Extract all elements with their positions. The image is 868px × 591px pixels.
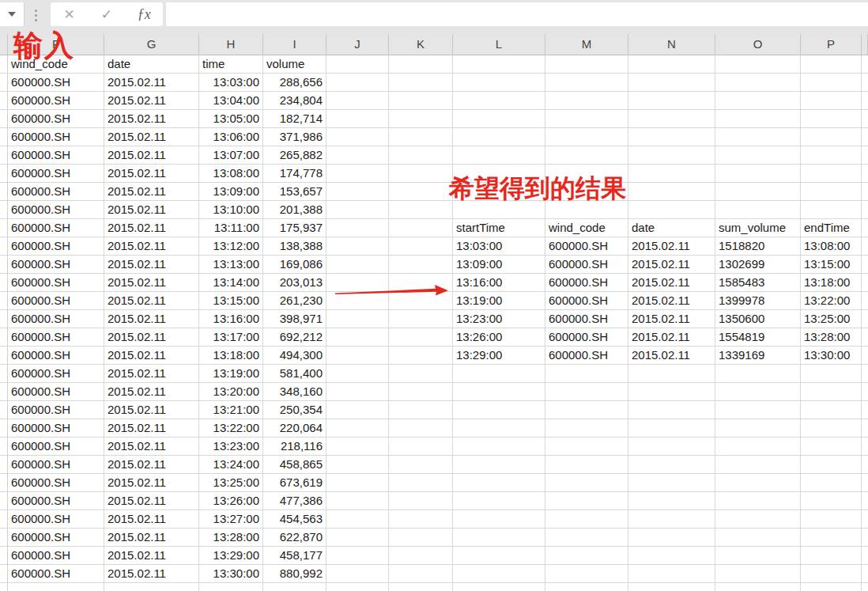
grid-cell[interactable]: [389, 146, 453, 165]
grid-cell[interactable]: [326, 474, 389, 492]
grid-cell[interactable]: [628, 183, 715, 201]
grid-cell[interactable]: [801, 383, 862, 401]
table-data-cell[interactable]: 600000.SH: [545, 347, 628, 365]
table-data-cell[interactable]: 13:15:00: [199, 292, 263, 310]
table-data-cell[interactable]: 13:16:00: [199, 310, 263, 328]
table-header-cell[interactable]: wind_code: [545, 219, 628, 237]
grid-cell[interactable]: [628, 510, 715, 528]
grid-cell[interactable]: [453, 419, 545, 438]
grid-cell[interactable]: [326, 146, 389, 165]
table-data-cell[interactable]: 13:29:00: [453, 347, 545, 365]
select-all-corner[interactable]: [0, 34, 8, 55]
grid-cell[interactable]: [862, 528, 868, 547]
table-data-cell[interactable]: 13:10:00: [199, 201, 263, 219]
column-header-I[interactable]: I: [263, 34, 326, 55]
grid-cell[interactable]: [862, 146, 868, 165]
cancel-icon[interactable]: ✕: [56, 3, 83, 25]
table-data-cell[interactable]: 218,116: [263, 438, 326, 456]
grid-cell[interactable]: [628, 110, 715, 128]
grid-cell[interactable]: [326, 128, 389, 146]
table-data-cell[interactable]: 348,160: [263, 383, 326, 401]
grid-cell[interactable]: [389, 474, 453, 492]
grid-cell[interactable]: [545, 383, 628, 401]
grid-cell[interactable]: [326, 547, 389, 565]
grid-cell[interactable]: [453, 565, 545, 583]
grid-cell[interactable]: [453, 528, 545, 547]
table-data-cell[interactable]: 2015.02.11: [104, 565, 199, 583]
table-data-cell[interactable]: 13:30:00: [199, 565, 263, 583]
insert-function-icon[interactable]: ƒx: [130, 3, 157, 25]
table-data-cell[interactable]: 2015.02.11: [104, 219, 199, 237]
grid-cell[interactable]: [326, 310, 389, 328]
table-data-cell[interactable]: 13:25:00: [801, 310, 862, 328]
grid-cell[interactable]: [326, 365, 389, 383]
table-data-cell[interactable]: 169,086: [263, 256, 326, 274]
grid-cell[interactable]: [326, 92, 389, 110]
grid-cell[interactable]: [389, 256, 453, 274]
table-data-cell[interactable]: 2015.02.11: [628, 274, 715, 292]
grid-cell[interactable]: [545, 419, 628, 438]
table-data-cell[interactable]: 2015.02.11: [104, 183, 199, 201]
table-data-cell[interactable]: 454,563: [263, 510, 326, 528]
grid-cell[interactable]: [326, 219, 389, 237]
grid-cell[interactable]: [715, 419, 801, 438]
grid-cell[interactable]: [453, 110, 545, 128]
table-data-cell[interactable]: 600000.SH: [8, 292, 104, 310]
grid-cell[interactable]: [715, 528, 801, 547]
table-data-cell[interactable]: 600000.SH: [545, 328, 628, 347]
table-data-cell[interactable]: 13:23:00: [453, 310, 545, 328]
table-data-cell[interactable]: 600000.SH: [8, 146, 104, 165]
table-data-cell[interactable]: 13:08:00: [801, 237, 862, 256]
grid-cell[interactable]: [389, 565, 453, 583]
table-data-cell[interactable]: 1350600: [715, 310, 801, 328]
table-data-cell[interactable]: 138,388: [263, 237, 326, 256]
table-data-cell[interactable]: 13:29:00: [199, 547, 263, 565]
grid-cell[interactable]: [862, 256, 868, 274]
table-data-cell[interactable]: 1518820: [715, 237, 801, 256]
table-data-cell[interactable]: 13:25:00: [199, 474, 263, 492]
grid-cell[interactable]: [862, 492, 868, 510]
grid-cell[interactable]: [628, 547, 715, 565]
table-data-cell[interactable]: 13:18:00: [199, 347, 263, 365]
table-data-cell[interactable]: 458,865: [263, 456, 326, 474]
grid-cell[interactable]: [628, 55, 715, 74]
table-data-cell[interactable]: 600000.SH: [8, 474, 104, 492]
grid-cell[interactable]: [715, 510, 801, 528]
column-header-O[interactable]: O: [715, 34, 801, 55]
grid-cell[interactable]: [545, 456, 628, 474]
grid-cell[interactable]: [545, 110, 628, 128]
grid-cell[interactable]: [715, 547, 801, 565]
table-data-cell[interactable]: 477,386: [263, 492, 326, 510]
grid-cell[interactable]: [715, 365, 801, 383]
table-data-cell[interactable]: 2015.02.11: [104, 383, 199, 401]
column-header-H[interactable]: H: [199, 34, 263, 55]
grid-cell[interactable]: [389, 528, 453, 547]
grid-cell[interactable]: [715, 383, 801, 401]
enter-icon[interactable]: ✓: [93, 3, 120, 25]
table-data-cell[interactable]: 2015.02.11: [104, 310, 199, 328]
grid-cell[interactable]: [326, 401, 389, 419]
table-data-cell[interactable]: 13:13:00: [199, 256, 263, 274]
column-header-G[interactable]: G: [104, 34, 199, 55]
table-data-cell[interactable]: 13:28:00: [801, 328, 862, 347]
table-data-cell[interactable]: 2015.02.11: [104, 92, 199, 110]
table-data-cell[interactable]: 2015.02.11: [104, 146, 199, 165]
grid-cell[interactable]: [326, 183, 389, 201]
grid-cell[interactable]: [862, 128, 868, 146]
table-data-cell[interactable]: 2015.02.11: [104, 292, 199, 310]
grid-cell[interactable]: [801, 401, 862, 419]
grid-cell[interactable]: [715, 401, 801, 419]
table-data-cell[interactable]: 2015.02.11: [104, 510, 199, 528]
grid-cell[interactable]: [389, 110, 453, 128]
grid-cell[interactable]: [801, 492, 862, 510]
grid-cell[interactable]: [801, 583, 862, 591]
grid-cell[interactable]: [862, 438, 868, 456]
column-header-P[interactable]: P: [801, 34, 862, 55]
table-data-cell[interactable]: 13:26:00: [199, 492, 263, 510]
grid-cell[interactable]: [545, 565, 628, 583]
table-data-cell[interactable]: 600000.SH: [8, 528, 104, 547]
table-data-cell[interactable]: 13:27:00: [199, 510, 263, 528]
grid-cell[interactable]: [453, 383, 545, 401]
grid-cell[interactable]: [715, 456, 801, 474]
grid-cell[interactable]: [545, 146, 628, 165]
